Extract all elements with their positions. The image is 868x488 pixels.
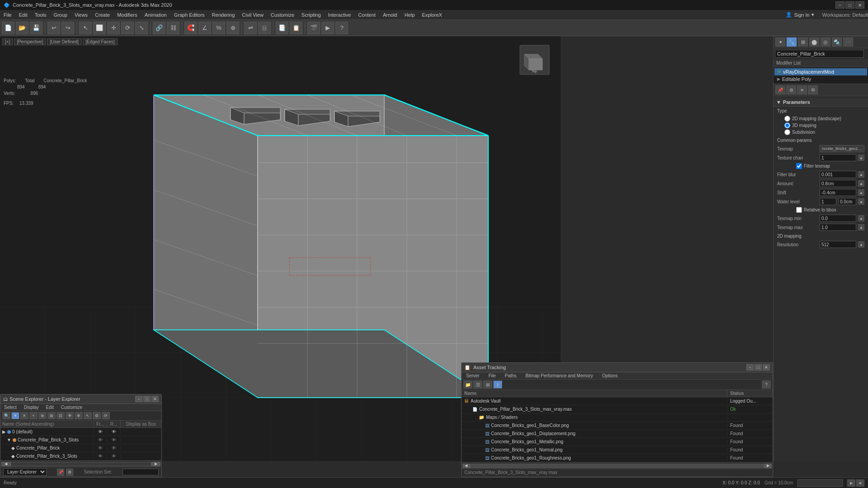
type-2d-radio[interactable]: 2D mapping (landscape) <box>784 116 864 122</box>
maximize-button[interactable]: □ <box>845 1 854 9</box>
resolution-input[interactable] <box>820 241 856 248</box>
align-button[interactable]: ⌸ <box>258 22 271 34</box>
se-row-slots-obj[interactable]: ◆ Concrete_Pillar_Brick_3_Slots 👁 👁 <box>0 452 161 460</box>
viewport-label-perspective[interactable]: [Perspective] <box>14 38 46 45</box>
se-menu-select[interactable]: Select <box>0 404 20 411</box>
texmap-max-up[interactable]: ▲ <box>858 224 864 230</box>
menu-create[interactable]: Create <box>91 10 113 19</box>
texmap-min-up[interactable]: ▲ <box>858 215 864 221</box>
menu-edit[interactable]: Edit <box>15 10 31 19</box>
shift-up[interactable]: ▲ <box>858 189 864 196</box>
viewport-label-plus[interactable]: [+] <box>2 38 13 45</box>
timeline-control[interactable] <box>797 479 843 487</box>
se-add-selected-button[interactable]: ⊕ <box>38 412 47 419</box>
modifier-vray-displacement[interactable]: 👁 vRayDisplacementMod <box>774 68 867 75</box>
at-row-metallic[interactable]: 🖼 Concrete_Bricks_geo1_Metallic.png Foun… <box>462 438 773 446</box>
menu-civil-view[interactable]: Civil View <box>238 10 267 19</box>
at-row-maps[interactable]: 📁 Maps / Shaders <box>462 413 773 422</box>
configure-button[interactable]: ⚙ <box>786 85 796 94</box>
se-row-pillar-brick[interactable]: ◆ Concrete_Pillar_Brick 👁 👁 <box>0 444 161 452</box>
hierarchy-tab[interactable]: ⊞ <box>798 38 808 47</box>
menu-help[interactable]: Help <box>401 10 419 19</box>
se-selection-set-input[interactable] <box>123 469 159 475</box>
se-minimize-button[interactable]: − <box>135 396 142 402</box>
scene-explorer-controls[interactable]: − □ ✕ <box>135 396 159 402</box>
menu-tools[interactable]: Tools <box>31 10 50 19</box>
se-hide-selected-button[interactable]: 👁 <box>66 412 74 419</box>
menu-arnold[interactable]: Arnold <box>379 10 401 19</box>
se-menu-customize[interactable]: Customize <box>57 404 86 411</box>
title-bar-controls[interactable]: − □ ✕ <box>835 1 864 9</box>
water-level-up[interactable]: ▲ <box>858 198 864 205</box>
scene-explorer-titlebar[interactable]: 🗂 Scene Explorer - Layer Explorer − □ ✕ <box>0 394 161 404</box>
type-subdivision-radio[interactable]: Subdivision <box>784 129 864 135</box>
open-button[interactable]: 📂 <box>16 22 28 34</box>
water-level-input[interactable] <box>820 198 836 205</box>
move-button[interactable]: ✛ <box>107 22 120 34</box>
se-expand-button[interactable]: ⊞ <box>47 412 56 419</box>
water-level-unit-input[interactable] <box>838 198 856 205</box>
at-row-roughness[interactable]: 🖼 Concrete_Bricks_geo1_Roughness.png Fou… <box>462 454 773 462</box>
amount-input[interactable] <box>820 180 856 187</box>
at-row-maxfile[interactable]: 📄 Concrete_Pillar_Brick_3_Slots_max_vray… <box>462 405 773 413</box>
rotate-button[interactable]: ⟳ <box>121 22 134 34</box>
new-scene-button[interactable]: 📄 <box>2 22 14 34</box>
at-row-vault[interactable]: 🏛 Autodesk Vault Logged Ou... <box>462 397 773 405</box>
select-region-button[interactable]: ⬜ <box>93 22 106 34</box>
se-footer-select[interactable]: Layer Explorer <box>3 468 47 476</box>
motion-tab[interactable]: ⬤ <box>809 38 819 47</box>
se-config-button[interactable]: ⚙ <box>66 469 73 476</box>
scale-button[interactable]: ⤡ <box>135 22 148 34</box>
save-button[interactable]: 💾 <box>30 22 42 34</box>
menu-animation[interactable]: Animation <box>141 10 170 19</box>
angle-snap-button[interactable]: ∠ <box>198 22 211 34</box>
percent-snap-button[interactable]: % <box>212 22 225 34</box>
texture-chan-input[interactable] <box>820 154 856 161</box>
texmap-min-input[interactable] <box>820 215 856 222</box>
amount-up[interactable]: ▲ <box>858 180 864 187</box>
filter-texmap-checkbox[interactable] <box>796 163 802 169</box>
copy-paste-button[interactable]: ⧉ <box>808 85 818 94</box>
utilities-tab[interactable]: 🔩 <box>832 38 842 47</box>
se-menu-edit[interactable]: Edit <box>42 404 57 411</box>
at-row-displacement[interactable]: 🖼 Concrete_Bricks_geo1_Displacement.png … <box>462 430 773 438</box>
at-maximize-button[interactable]: □ <box>755 364 762 371</box>
se-maximize-button[interactable]: □ <box>143 396 151 402</box>
display-tab[interactable]: ◎ <box>821 38 830 47</box>
se-sort-button[interactable]: ▼ <box>11 412 19 419</box>
at-close-button[interactable]: ✕ <box>763 364 770 371</box>
se-menu-display[interactable]: Display <box>20 404 42 411</box>
at-list-button[interactable]: ☰ <box>473 380 482 389</box>
se-row-layer-slots[interactable]: ▼ Concrete_Pillar_Brick_3_Slots 👁 👁 <box>0 436 161 444</box>
create-tab[interactable]: ✦ <box>775 38 785 47</box>
mirror-button[interactable]: ⇌ <box>244 22 257 34</box>
texmap-max-input[interactable] <box>820 224 856 231</box>
close-button[interactable]: ✕ <box>855 1 864 9</box>
relative-bbox-checkbox[interactable] <box>796 207 802 213</box>
at-row-basecolor[interactable]: 🖼 Concrete_Bricks_geo1_BaseColor.png Fou… <box>462 422 773 430</box>
select-button[interactable]: ↖ <box>79 22 92 34</box>
minimize-button[interactable]: − <box>835 1 844 9</box>
parameters-header[interactable]: ▼ Parameters <box>774 98 868 107</box>
at-titlebar[interactable]: 📋 Asset Tracking − □ ✕ <box>462 363 773 372</box>
texmap-button[interactable]: ncrete_Bricks_geo1_Displace <box>820 145 864 152</box>
ribbon-button[interactable]: 📋 <box>290 22 302 34</box>
layer-button[interactable]: 📑 <box>276 22 288 34</box>
at-info-button[interactable]: ℹ <box>493 380 502 389</box>
at-menu-bitmap[interactable]: Bitmap Performance and Memory <box>521 372 598 379</box>
at-hscrollbar[interactable]: ◀ ▶ <box>462 462 773 469</box>
menu-customize[interactable]: Customize <box>267 10 298 19</box>
extras-tab[interactable]: ⋯ <box>843 38 853 47</box>
unlink-button[interactable]: ⛓ <box>167 22 179 34</box>
at-help-button[interactable]: ? <box>762 380 771 389</box>
at-menu-paths[interactable]: Paths <box>500 372 521 379</box>
shift-input[interactable] <box>820 189 856 196</box>
at-menu-file[interactable]: File <box>484 372 500 379</box>
link-button[interactable]: 🔗 <box>153 22 165 34</box>
se-new-layer-button[interactable]: + <box>29 412 38 419</box>
at-grid-button[interactable]: ⊞ <box>483 380 492 389</box>
se-close-button[interactable]: ✕ <box>151 396 159 402</box>
modify-tab[interactable]: 🔧 <box>787 38 797 47</box>
render-setup-button[interactable]: 🎬 <box>307 22 320 34</box>
snap-button[interactable]: 🧲 <box>184 22 197 34</box>
